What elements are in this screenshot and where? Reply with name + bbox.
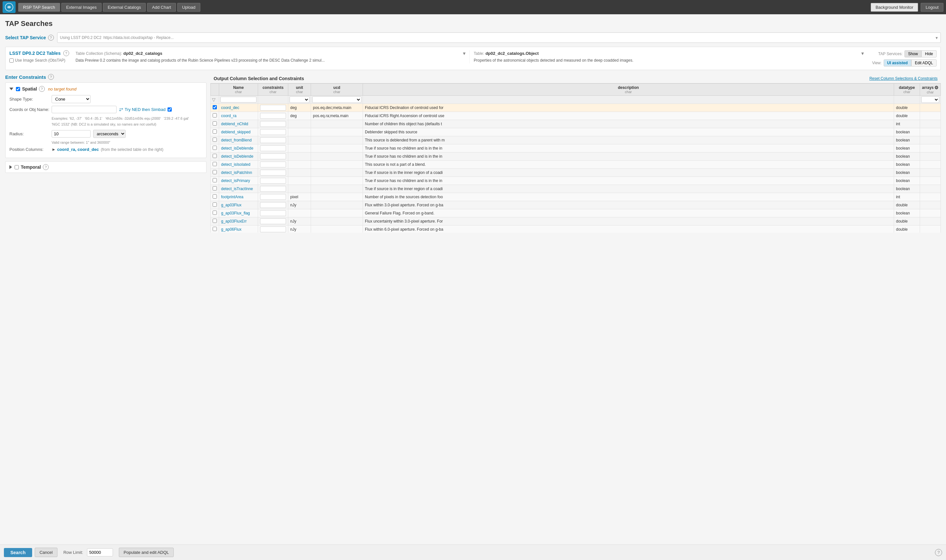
radius-input[interactable] <box>52 130 91 138</box>
background-monitor-button[interactable]: Background Monitor <box>871 3 918 12</box>
col-header-description[interactable]: description char <box>363 84 894 96</box>
rsp-tap-search-button[interactable]: RSP TAP Search <box>18 3 60 12</box>
row-checkbox[interactable] <box>213 146 217 150</box>
use-image-search-checkbox[interactable] <box>9 58 14 63</box>
row-constraints[interactable] <box>258 209 288 217</box>
ui-assisted-button[interactable]: UI assisted <box>884 59 911 66</box>
row-constraints[interactable] <box>258 161 288 169</box>
filter-name-cell[interactable] <box>219 96 258 104</box>
tap-service-help-icon[interactable]: ? <box>48 35 54 40</box>
row-constraints-input[interactable] <box>260 170 286 175</box>
row-checkbox-cell[interactable] <box>211 185 219 193</box>
row-checkbox[interactable] <box>213 122 217 126</box>
row-checkbox-cell[interactable] <box>211 120 219 128</box>
row-checkbox-cell[interactable] <box>211 152 219 161</box>
arrays-filter-select[interactable] <box>921 96 939 103</box>
row-checkbox-cell[interactable] <box>211 209 219 217</box>
search-button[interactable]: Search <box>4 548 32 557</box>
row-checkbox[interactable] <box>213 203 217 207</box>
col-header-ucd[interactable]: ucd char <box>311 84 363 96</box>
hide-button[interactable]: Hide <box>921 50 937 57</box>
constraints-help-icon[interactable]: ? <box>48 74 54 80</box>
temporal-expand-icon[interactable] <box>9 165 12 169</box>
col-header-arrays[interactable]: arrays ⚙ char <box>920 84 940 96</box>
row-constraints[interactable] <box>258 193 288 201</box>
show-button[interactable]: Show <box>904 50 921 57</box>
ucd-filter-select[interactable] <box>312 96 361 103</box>
upload-button[interactable]: Upload <box>177 3 200 12</box>
table-collection-expand-icon[interactable]: ▾ <box>463 50 465 57</box>
row-checkbox-cell[interactable] <box>211 169 219 177</box>
row-constraints-input[interactable] <box>260 178 286 184</box>
row-constraints-input[interactable] <box>260 113 286 119</box>
ned-button[interactable]: ⥂ Try NED then Simbad <box>119 107 166 112</box>
row-constraints[interactable] <box>258 152 288 161</box>
row-constraints[interactable] <box>258 177 288 185</box>
row-checkbox[interactable] <box>213 129 217 134</box>
row-constraints[interactable] <box>258 120 288 128</box>
row-constraints[interactable] <box>258 169 288 177</box>
row-constraints[interactable] <box>258 136 288 145</box>
spatial-collapse-icon[interactable] <box>9 88 13 90</box>
row-checkbox-cell[interactable] <box>211 112 219 120</box>
row-constraints[interactable] <box>258 128 288 136</box>
row-constraints-input[interactable] <box>260 194 286 200</box>
tables-help-icon[interactable]: ? <box>63 50 69 56</box>
row-constraints-input[interactable] <box>260 162 286 168</box>
row-checkbox-cell[interactable] <box>211 177 219 185</box>
row-constraints[interactable] <box>258 217 288 226</box>
logout-button[interactable]: Logout <box>921 3 943 12</box>
row-checkbox[interactable] <box>213 113 217 117</box>
row-checkbox-cell[interactable] <box>211 201 219 209</box>
use-image-search-label[interactable]: Use Image Search (ObsTAP) <box>9 58 72 63</box>
add-chart-button[interactable]: Add Chart <box>147 3 176 12</box>
filter-ucd-cell[interactable] <box>311 96 363 104</box>
unit-filter-select[interactable]: deg nJy pixel <box>290 96 310 103</box>
row-checkbox[interactable] <box>213 178 217 182</box>
coords-input[interactable] <box>52 106 117 113</box>
row-constraints-input[interactable] <box>260 218 286 224</box>
ned-checkbox[interactable] <box>168 108 172 112</box>
reset-columns-button[interactable]: Reset Column Selections & Constraints <box>869 76 938 81</box>
row-checkbox[interactable] <box>213 227 217 231</box>
row-checkbox[interactable] <box>213 211 217 215</box>
row-checkbox[interactable] <box>213 105 217 109</box>
external-images-button[interactable]: External Images <box>62 3 102 12</box>
row-checkbox-cell[interactable] <box>211 128 219 136</box>
row-constraints-input[interactable] <box>260 154 286 159</box>
external-catalogs-button[interactable]: External Catalogs <box>103 3 146 12</box>
row-checkbox-cell[interactable] <box>211 136 219 145</box>
row-checkbox[interactable] <box>213 194 217 198</box>
row-constraints[interactable] <box>258 185 288 193</box>
row-checkbox-cell[interactable] <box>211 145 219 152</box>
row-checkbox[interactable] <box>213 170 217 174</box>
temporal-help-icon[interactable]: ? <box>43 164 49 170</box>
row-constraints-input[interactable] <box>260 202 286 208</box>
row-checkbox[interactable] <box>213 186 217 191</box>
row-constraints[interactable] <box>258 145 288 152</box>
row-constraints[interactable] <box>258 104 288 112</box>
populate-adql-button[interactable]: Populate and edit ADQL <box>119 548 174 557</box>
row-constraints-input[interactable] <box>260 145 286 151</box>
edit-adql-button[interactable]: Edit ADQL <box>911 59 937 66</box>
row-constraints-input[interactable] <box>260 129 286 135</box>
row-constraints[interactable] <box>258 112 288 120</box>
row-checkbox-cell[interactable] <box>211 161 219 169</box>
temporal-checkbox[interactable] <box>15 165 19 169</box>
row-checkbox-cell[interactable] <box>211 193 219 201</box>
filter-arrays-cell[interactable] <box>920 96 940 104</box>
row-constraints[interactable] <box>258 201 288 209</box>
row-constraints-input[interactable] <box>260 105 286 111</box>
row-checkbox-cell[interactable] <box>211 226 219 233</box>
spatial-checkbox[interactable] <box>16 87 20 91</box>
row-constraints[interactable] <box>258 226 288 233</box>
radius-unit-select[interactable]: arcseconds <box>93 130 126 138</box>
table-expand-icon[interactable]: ▾ <box>861 50 864 57</box>
output-table-scroll[interactable]: Name char constraints char unit char <box>210 83 941 232</box>
col-header-datatype[interactable]: datatype char <box>894 84 920 96</box>
col-header-name[interactable]: Name char <box>219 84 258 96</box>
row-constraints-input[interactable] <box>260 121 286 127</box>
row-constraints-input[interactable] <box>260 186 286 192</box>
settings-icon[interactable]: ⚙ <box>934 85 938 90</box>
row-constraints-input[interactable] <box>260 226 286 232</box>
